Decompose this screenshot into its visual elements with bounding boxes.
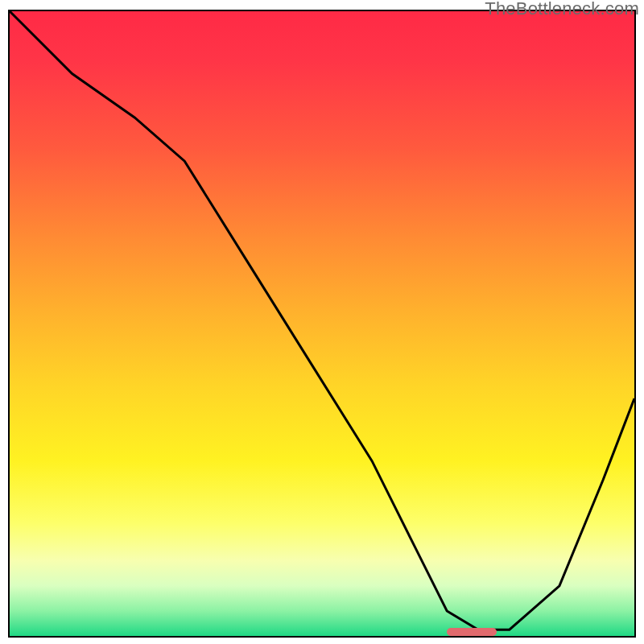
watermark-text: TheBottleneck.com: [485, 0, 639, 19]
optimal-zone-marker: [447, 628, 497, 636]
bottleneck-curve: [10, 11, 634, 636]
chart-frame: [8, 10, 636, 638]
